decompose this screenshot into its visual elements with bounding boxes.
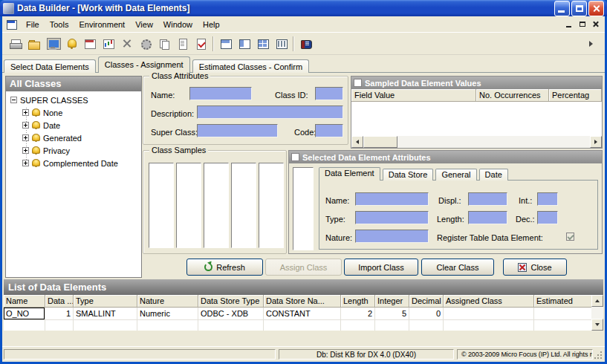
sampled-values-list[interactable] bbox=[351, 102, 602, 136]
attr-int-field[interactable] bbox=[537, 192, 558, 206]
expand-icon[interactable] bbox=[22, 147, 29, 154]
maximize-button[interactable] bbox=[571, 1, 587, 16]
col-header-data-store-type[interactable]: Data Store Type bbox=[198, 295, 264, 308]
attr-type-field[interactable] bbox=[355, 211, 429, 224]
expand-icon[interactable] bbox=[22, 134, 29, 141]
sampled-values-checkbox[interactable] bbox=[354, 79, 362, 87]
close-button[interactable] bbox=[588, 1, 604, 16]
menu-window[interactable]: Window bbox=[158, 19, 198, 30]
cell-name[interactable]: O_NO bbox=[4, 308, 45, 320]
col-header-field-value[interactable]: Field Value bbox=[351, 89, 476, 102]
col-header-integer[interactable]: Integer bbox=[375, 295, 409, 308]
scroll-down-button[interactable] bbox=[591, 319, 603, 331]
chart-button[interactable] bbox=[99, 35, 117, 53]
class-sample-list-4[interactable] bbox=[231, 163, 256, 248]
cell-estimated[interactable] bbox=[534, 320, 591, 331]
name-field[interactable] bbox=[189, 87, 252, 100]
class-sample-list-5[interactable] bbox=[259, 163, 284, 248]
menu-environment[interactable]: Environment bbox=[74, 19, 130, 30]
table-row[interactable] bbox=[4, 320, 591, 331]
cell-nature[interactable] bbox=[137, 320, 198, 331]
class-sample-list-2[interactable] bbox=[176, 163, 201, 248]
menu-tools[interactable]: Tools bbox=[45, 19, 74, 30]
mdi-restore-button[interactable] bbox=[576, 19, 588, 30]
attr-displ-field[interactable] bbox=[468, 192, 507, 206]
cell-integer[interactable]: 5 bbox=[375, 308, 409, 320]
menu-view[interactable]: View bbox=[130, 19, 158, 30]
cell-nature[interactable]: Numeric bbox=[137, 308, 198, 320]
split-grid-button[interactable] bbox=[253, 35, 272, 53]
grid-vscrollbar[interactable] bbox=[591, 295, 603, 331]
tab-data-element[interactable]: Data Element bbox=[319, 167, 380, 181]
expand-icon[interactable] bbox=[22, 122, 29, 129]
cell-length[interactable] bbox=[341, 320, 375, 331]
class-sample-list-1[interactable] bbox=[149, 163, 174, 248]
cell-decimal[interactable]: 0 bbox=[409, 308, 444, 320]
columns-button[interactable] bbox=[272, 35, 290, 53]
print-button[interactable] bbox=[6, 35, 25, 53]
clear-class-button[interactable]: Clear Class bbox=[421, 259, 494, 276]
classes-bell-button[interactable] bbox=[62, 35, 80, 53]
mdi-minimize-button[interactable] bbox=[562, 19, 575, 30]
tab-general[interactable]: General bbox=[435, 169, 476, 181]
sampled-values-hscrollbar[interactable] bbox=[351, 136, 602, 148]
cut-button[interactable] bbox=[117, 35, 136, 53]
scroll-left-button[interactable] bbox=[351, 136, 363, 148]
menu-file[interactable]: File bbox=[21, 19, 45, 30]
cell-data-store-type[interactable]: ODBC - XDB bbox=[198, 308, 264, 320]
mdi-close-button[interactable] bbox=[589, 19, 602, 30]
monitor-button[interactable] bbox=[43, 35, 62, 53]
cell-data-store-name[interactable]: CONSTANT bbox=[264, 308, 341, 320]
scroll-right-button[interactable] bbox=[590, 136, 602, 148]
cell-data[interactable] bbox=[45, 320, 74, 331]
tab-classes-assignment[interactable]: Classes - Assignment bbox=[98, 56, 190, 73]
tab-estimated-classes-confirm[interactable]: Estimated Classes - Confirm bbox=[192, 59, 309, 73]
col-header-assigned-class[interactable]: Assigned Class bbox=[444, 295, 534, 308]
settings-button[interactable] bbox=[136, 35, 155, 53]
attr-dec-field[interactable] bbox=[537, 211, 558, 224]
col-header-nature[interactable]: Nature bbox=[137, 295, 198, 308]
collapse-icon[interactable] bbox=[10, 97, 17, 103]
class-sample-list-3[interactable] bbox=[204, 163, 229, 248]
cell-assigned-class[interactable] bbox=[444, 320, 534, 331]
attr-nature-field[interactable] bbox=[355, 230, 429, 243]
close-panel-button[interactable]: Close bbox=[503, 259, 567, 276]
mdi-child-icon[interactable] bbox=[7, 19, 18, 30]
split-horizontal-button[interactable] bbox=[216, 35, 235, 53]
open-folder-button[interactable] bbox=[25, 35, 43, 53]
cell-assigned-class[interactable] bbox=[444, 308, 534, 320]
cell-type[interactable] bbox=[74, 320, 137, 331]
class-id-field[interactable] bbox=[315, 87, 343, 100]
expand-icon[interactable] bbox=[22, 160, 29, 166]
help-book-button[interactable] bbox=[296, 35, 315, 53]
import-class-button[interactable]: Import Class bbox=[344, 259, 418, 276]
tab-data-store[interactable]: Data Store bbox=[383, 169, 434, 181]
selected-attributes-list[interactable] bbox=[293, 167, 314, 250]
scroll-up-button[interactable] bbox=[591, 295, 603, 307]
cell-data-store-type[interactable] bbox=[198, 320, 264, 331]
scroll-thumb[interactable] bbox=[363, 136, 397, 148]
col-header-data[interactable]: Data ... bbox=[45, 295, 74, 308]
tree-root-super-classes[interactable]: SUPER CLASSES bbox=[6, 94, 141, 106]
selected-attributes-checkbox[interactable] bbox=[291, 153, 299, 161]
scroll-track[interactable] bbox=[591, 307, 603, 319]
col-header-name[interactable]: Name bbox=[4, 295, 45, 308]
super-class-field[interactable] bbox=[197, 124, 278, 137]
table-row[interactable]: O_NO 1 SMALLINT Numeric ODBC - XDB CONST… bbox=[4, 308, 591, 320]
cell-estimated[interactable] bbox=[534, 308, 591, 320]
col-header-no-occurrences[interactable]: No. Occurrences bbox=[476, 89, 549, 102]
tab-date[interactable]: Date bbox=[479, 169, 508, 181]
cell-length[interactable]: 2 bbox=[341, 308, 375, 320]
code-field[interactable] bbox=[315, 124, 343, 137]
toolbar-overflow-button[interactable] bbox=[582, 35, 601, 53]
description-field[interactable] bbox=[197, 105, 343, 119]
cell-type[interactable]: SMALLINT bbox=[74, 308, 137, 320]
table-button[interactable] bbox=[80, 35, 99, 53]
attr-length-field[interactable] bbox=[468, 211, 507, 224]
col-header-decimal[interactable]: Decimal bbox=[409, 295, 444, 308]
expand-icon[interactable] bbox=[22, 109, 29, 116]
col-header-type[interactable]: Type bbox=[74, 295, 137, 308]
refresh-button[interactable]: Refresh bbox=[186, 259, 263, 276]
col-header-estimated[interactable]: Estimated bbox=[534, 295, 591, 308]
col-header-length[interactable]: Length bbox=[341, 295, 375, 308]
